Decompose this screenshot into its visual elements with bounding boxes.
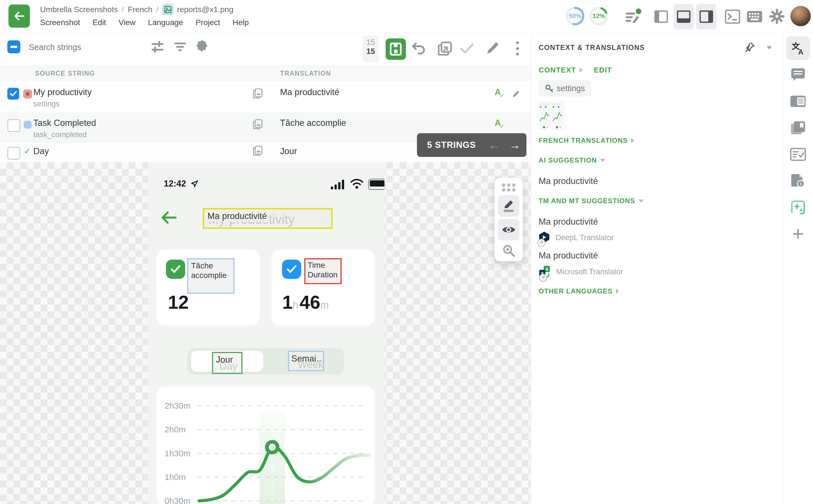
metric-card-time: Time Duration 1h 46m <box>271 250 374 325</box>
comment-icon <box>790 68 806 82</box>
breadcrumb-project[interactable]: Umbrella Screenshots <box>40 5 118 14</box>
expand-icon <box>616 289 619 294</box>
context-expand-icon[interactable] <box>580 67 583 73</box>
approve-button[interactable] <box>458 40 476 58</box>
edit-translation-icon[interactable] <box>511 88 522 100</box>
section-ai-suggestion[interactable]: AI SUGGESTION <box>539 156 605 164</box>
highlight-pencil-tool[interactable] <box>498 195 520 217</box>
title-highlight-box[interactable]: My productivity Ma productivité <box>203 208 332 229</box>
kebab-menu-icon[interactable] <box>510 40 525 58</box>
tab-edit[interactable]: EDIT <box>594 66 612 74</box>
back-button[interactable] <box>8 5 30 28</box>
breadcrumb-language[interactable]: French <box>128 5 152 14</box>
section-label: OTHER LANGUAGES <box>539 287 613 295</box>
menu-edit[interactable]: Edit <box>93 18 106 27</box>
drag-handle-icon[interactable] <box>495 182 523 193</box>
breadcrumb-sep: / <box>156 5 158 14</box>
section-other-languages[interactable]: OTHER LANGUAGES <box>539 287 619 295</box>
edit-list-icon[interactable] <box>625 8 641 25</box>
pager-next-icon[interactable]: → <box>509 139 521 152</box>
strip-comments-tab[interactable] <box>783 62 813 88</box>
tm-suggestion-text[interactable]: Ma productivité <box>539 217 598 227</box>
approved-progress-ring[interactable]: 12% <box>589 6 609 26</box>
keyboard-icon[interactable] <box>746 8 763 25</box>
pin-icon[interactable] <box>743 41 757 54</box>
strip-context-tab[interactable] <box>783 88 813 115</box>
zoom-in-tool[interactable] <box>498 242 520 259</box>
autotranslated-icon[interactable]: A✓ <box>495 119 505 129</box>
strings-counter: 15 15 <box>362 36 379 63</box>
strip-tm-tab[interactable] <box>783 115 813 141</box>
expand-icon <box>631 138 634 143</box>
context-thumbnail[interactable] <box>538 101 565 130</box>
pager-prev-icon[interactable]: ← <box>488 139 500 152</box>
tm-suggestion-provider: ↺ DeepL Translator <box>539 231 614 244</box>
source-string[interactable]: Day <box>33 146 49 156</box>
translation-string[interactable]: Ma productivité <box>280 87 339 97</box>
tm-suggestion-text[interactable]: Ma productivité <box>539 251 598 261</box>
list-toolbar: 15 15 <box>0 33 531 66</box>
battery-icon <box>368 179 384 190</box>
panel-left-icon[interactable] <box>653 7 670 26</box>
ai-suggestion-text[interactable]: Ma productivité <box>539 176 598 186</box>
deepl-icon: ↺ <box>539 231 550 244</box>
history-badge-icon: ↺ <box>539 274 547 282</box>
edit-button[interactable] <box>483 40 501 58</box>
menu-help[interactable]: Help <box>233 18 249 27</box>
table-row[interactable]: My productivity settings Ma productivité… <box>0 81 531 113</box>
select-all-checkbox[interactable] <box>7 40 20 53</box>
translation-string[interactable]: Tâche accomplie <box>280 118 346 128</box>
panel-right-icon[interactable] <box>696 4 716 29</box>
section-french-translations[interactable]: FRENCH TRANSLATIONS <box>539 137 634 144</box>
save-button[interactable] <box>385 38 406 60</box>
context-screenshot-icon[interactable] <box>253 119 262 130</box>
tm-suggestion-provider: ă a ↺ Microsoft Translator <box>539 265 623 278</box>
autotranslated-icon[interactable]: A✓ <box>495 88 505 98</box>
strip-file-info-tab[interactable]: i <box>783 168 813 194</box>
translation-string[interactable]: Jour <box>280 146 297 156</box>
terminal-icon[interactable] <box>724 8 741 25</box>
strings-pager-label: 5 STRINGS <box>427 140 476 150</box>
menu-screenshot[interactable]: Screenshot <box>40 18 80 27</box>
user-avatar[interactable] <box>790 6 811 26</box>
source-string[interactable]: Task Completed <box>33 118 96 128</box>
svg-text:2h0m: 2h0m <box>165 425 186 434</box>
toggle-week-highlight-box[interactable]: Week Semai… <box>288 351 324 371</box>
filter-icon[interactable] <box>172 39 188 55</box>
strip-translate-tab[interactable]: A <box>783 35 813 62</box>
provider-name: Microsoft Translator <box>556 268 623 276</box>
provider-name: DeepL Translator <box>556 233 614 242</box>
strip-ai-tab[interactable] <box>783 194 813 221</box>
toggle-day-highlight-box[interactable]: Day Jour <box>212 352 242 374</box>
tune-icon[interactable] <box>150 39 165 55</box>
sidebar-collapse-chevron-icon[interactable] <box>767 46 772 49</box>
context-screenshot-icon[interactable] <box>253 88 262 100</box>
section-tm-mt-suggestions[interactable]: TM AND MT SUGGESTIONS <box>539 197 644 205</box>
puzzle-icon[interactable] <box>194 39 210 55</box>
translate-icon: A <box>791 41 805 56</box>
source-string[interactable]: My productivity <box>33 87 92 97</box>
duplicate-button[interactable] <box>436 40 454 58</box>
row-checkbox[interactable] <box>7 147 20 160</box>
menu-language[interactable]: Language <box>148 18 183 27</box>
menu-view[interactable]: View <box>119 18 135 27</box>
strip-tasks-tab[interactable] <box>783 141 813 168</box>
highlight-pencil-icon <box>502 200 515 212</box>
strip-add-tab[interactable] <box>783 221 813 247</box>
menu-project[interactable]: Project <box>196 18 220 27</box>
undo-button[interactable] <box>410 40 428 58</box>
search-input[interactable] <box>28 40 137 54</box>
card-label-untranslated-box[interactable]: Time Duration <box>304 258 341 284</box>
card-label-highlight-box[interactable]: Tâche accomplie <box>187 258 234 294</box>
label-chip[interactable]: settings <box>539 80 591 97</box>
context-screenshot-icon[interactable] <box>253 146 262 157</box>
row-checkbox[interactable] <box>7 119 20 132</box>
row-checkbox-checked[interactable] <box>7 88 19 100</box>
panel-bottom-icon[interactable] <box>674 4 694 29</box>
gear-icon[interactable] <box>768 8 785 25</box>
translated-progress-ring[interactable]: 50% <box>565 6 585 26</box>
tab-context[interactable]: CONTEXT <box>539 66 576 74</box>
breadcrumb-file[interactable]: reports@x1.png <box>177 5 233 14</box>
day-week-toggle[interactable]: Day Jour Week Semai… <box>187 348 344 375</box>
preview-eye-tool[interactable] <box>498 219 520 240</box>
